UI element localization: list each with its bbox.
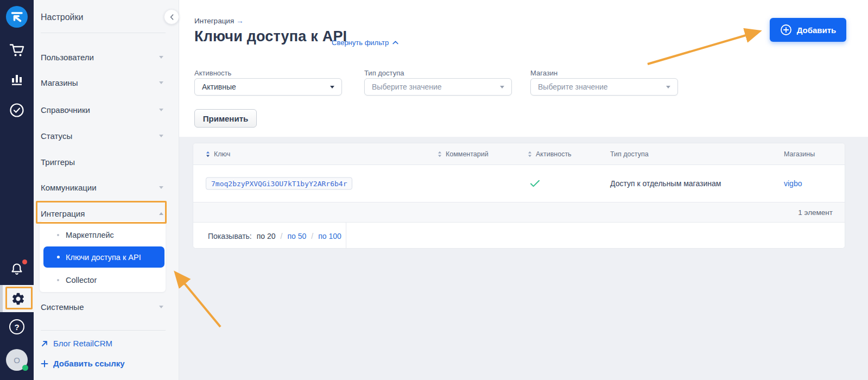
avatar-initial: O	[14, 356, 20, 365]
breadcrumb-label: Интеграция	[194, 17, 234, 25]
retailcrm-logo-icon	[6, 6, 28, 28]
sidebar-item-label: Пользователи	[41, 53, 94, 62]
select-placeholder: Выберите значение	[372, 83, 442, 91]
retailcrm-settings-page: ? O Настройки Пользователи Магазины Спра…	[0, 0, 868, 380]
settings-sidebar: Настройки Пользователи Магазины Справочн…	[34, 0, 179, 380]
analytics-nav[interactable]	[0, 73, 34, 86]
submenu-item-label: Ключи доступа к API	[66, 253, 141, 262]
chevron-down-icon	[159, 81, 163, 84]
select-value: Активные	[202, 83, 236, 91]
cart-icon	[9, 43, 25, 58]
sidebar-item-integration[interactable]: Интеграция	[41, 206, 166, 220]
chevron-up-icon	[392, 41, 398, 45]
dropdown-arrow-icon	[666, 86, 670, 88]
filter-label-access-type: Тип доступа	[364, 69, 404, 77]
question-icon: ?	[9, 319, 24, 334]
bar-chart-icon	[10, 73, 24, 86]
add-link[interactable]: Добавить ссылку	[41, 359, 125, 368]
sidebar-title: Настройки	[41, 12, 83, 22]
main-content: Интеграция → Ключи доступа к API Свернут…	[179, 0, 868, 380]
bell-icon	[9, 262, 24, 277]
app-icon-rail: ? O	[0, 0, 34, 380]
column-header-access-type: Тип доступа	[610, 150, 649, 158]
chevron-down-icon	[159, 135, 163, 137]
collapse-filter-link[interactable]: Свернуть фильтр	[332, 39, 398, 47]
help-nav[interactable]: ?	[0, 319, 34, 334]
orders-nav[interactable]	[0, 43, 34, 58]
pagination-label: Показывать:	[208, 232, 252, 240]
breadcrumb-arrow: →	[236, 17, 244, 25]
sidebar-item-system[interactable]: Системные	[41, 300, 166, 314]
submenu-item-marketplace[interactable]: Маркетплейс	[40, 227, 166, 243]
settings-nav-active[interactable]	[3, 285, 34, 312]
add-button-label: Добавить	[797, 26, 837, 35]
blog-link[interactable]: Блог RetailCRM	[41, 339, 112, 348]
sidebar-collapse-button[interactable]	[164, 9, 179, 24]
page-title: Ключи доступа к API	[194, 28, 347, 45]
submenu-item-api-keys-active[interactable]: Ключи доступа к API	[43, 246, 164, 268]
items-count: 1 элемент	[798, 208, 833, 217]
question-glyph: ?	[14, 322, 19, 332]
chevron-left-icon	[170, 14, 174, 20]
sort-icon	[206, 151, 210, 157]
submenu-item-label: Collector	[66, 276, 97, 284]
chevron-down-icon	[159, 186, 163, 189]
filter-label-store: Магазин	[530, 69, 557, 77]
sort-icon	[528, 151, 532, 157]
select-placeholder: Выберите значение	[538, 83, 608, 91]
retailcrm-logo[interactable]	[0, 6, 34, 28]
store-link[interactable]: vigbo	[784, 179, 802, 188]
notification-badge-dot	[22, 259, 27, 264]
chevron-down-icon	[159, 306, 163, 308]
page-size-50[interactable]: по 50	[287, 232, 306, 240]
sidebar-item-stores[interactable]: Магазины	[41, 75, 166, 90]
submenu-item-label: Маркетплейс	[66, 231, 114, 239]
tasks-nav[interactable]	[0, 103, 34, 118]
api-key-cell: 7moq2bzyPXVQGi3OU7kT1byY2ARr6b4r	[206, 178, 352, 190]
user-menu[interactable]: O	[0, 349, 34, 371]
access-type-select[interactable]: Выберите значение	[364, 78, 512, 96]
column-header-stores: Магазины	[784, 150, 815, 158]
activity-select[interactable]: Активные	[194, 78, 342, 96]
dropdown-arrow-icon	[500, 86, 504, 88]
table-row: 7moq2bzyPXVQGi3OU7kT1byY2ARr6b4r Доступ …	[193, 165, 845, 202]
sidebar-item-communications[interactable]: Коммуникации	[41, 180, 166, 194]
access-type-cell: Доступ к отдельным магазинам	[610, 179, 721, 188]
store-select[interactable]: Выберите значение	[530, 78, 678, 96]
separator: /	[281, 232, 283, 240]
sidebar-item-triggers[interactable]: Триггеры	[41, 155, 166, 169]
sidebar-item-users[interactable]: Пользователи	[41, 50, 166, 64]
activity-cell	[530, 180, 540, 188]
table-summary-row: 1 элемент	[193, 202, 845, 223]
notifications-nav[interactable]	[0, 262, 34, 279]
add-link-label: Добавить ссылку	[53, 359, 125, 368]
divider	[41, 330, 166, 331]
sidebar-item-label: Магазины	[41, 78, 78, 87]
stores-cell: vigbo	[784, 179, 802, 188]
breadcrumb[interactable]: Интеграция →	[194, 17, 244, 25]
api-key-value[interactable]: 7moq2bzyPXVQGi3OU7kT1byY2ARr6b4r	[206, 178, 352, 190]
page-size-100[interactable]: по 100	[318, 232, 341, 240]
filter-label-activity: Активность	[194, 69, 231, 77]
sidebar-item-label: Интеграция	[41, 209, 85, 218]
sidebar-item-statuses[interactable]: Статусы	[41, 129, 166, 143]
separator: /	[311, 232, 313, 240]
sort-icon	[438, 151, 442, 157]
sidebar-item-label: Коммуникации	[41, 183, 97, 192]
api-keys-table: Ключ Комментарий Активность Тип доступа …	[193, 143, 845, 249]
check-icon	[530, 180, 540, 188]
page-size-current[interactable]: по 20	[257, 232, 276, 240]
sidebar-item-label: Системные	[41, 302, 84, 312]
sidebar-item-dictionaries[interactable]: Справочники	[41, 103, 166, 117]
column-header-activity[interactable]: Активность	[528, 150, 572, 158]
column-header-key[interactable]: Ключ	[206, 150, 230, 158]
collapse-filter-label: Свернуть фильтр	[332, 39, 389, 47]
blog-link-label: Блог RetailCRM	[53, 339, 112, 348]
submenu-item-collector[interactable]: Collector	[40, 272, 166, 288]
column-header-comment[interactable]: Комментарий	[438, 150, 489, 158]
external-link-icon	[41, 340, 48, 347]
apply-button[interactable]: Применить	[194, 109, 257, 128]
bullet-icon	[57, 256, 60, 258]
add-button[interactable]: Добавить	[770, 18, 846, 42]
sidebar-item-label: Триггеры	[41, 157, 75, 167]
